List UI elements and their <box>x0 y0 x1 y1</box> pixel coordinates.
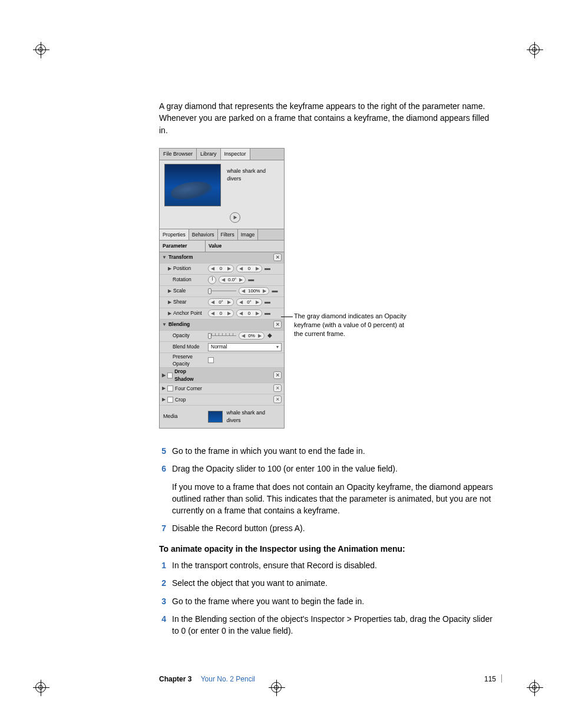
scale-slider[interactable] <box>208 288 236 294</box>
registration-mark <box>35 44 46 55</box>
media-thumbnail <box>208 411 223 423</box>
reset-button[interactable]: ✕ <box>273 384 282 392</box>
reset-button[interactable]: ✕ <box>273 253 282 261</box>
rotation-stepper[interactable]: ◀0.0°▶ <box>219 276 246 284</box>
position-x-stepper[interactable]: ◀0▶ <box>208 265 234 272</box>
keyframe-icon[interactable]: ▬ <box>265 264 270 273</box>
callout-leader-line <box>281 317 293 317</box>
step-number: 3 <box>159 595 172 607</box>
disclosure-triangle-icon[interactable]: ▶ <box>162 396 166 403</box>
param-preserve-opacity: Preserve Opacity <box>173 353 203 368</box>
callout-text: The gray diamond indicates an Opacity ke… <box>294 312 412 338</box>
step-text: In the Blending section of the object's … <box>172 613 495 637</box>
subtab-behaviors[interactable]: Behaviors <box>189 229 218 240</box>
opacity-stepper[interactable]: ◀0%▶ <box>239 332 265 340</box>
step-text: Drag the Opacity slider to 100 (or enter… <box>172 463 495 516</box>
param-rotation: Rotation <box>173 276 191 283</box>
reset-button[interactable]: ✕ <box>273 396 282 403</box>
intro-paragraph: A gray diamond that represents the keyfr… <box>159 100 495 136</box>
section-blending: Blending <box>168 321 190 328</box>
position-y-stepper[interactable]: ◀0▶ <box>236 265 262 272</box>
step-item: 3Go to the frame where you want to begin… <box>159 595 495 607</box>
subtab-filters[interactable]: Filters <box>218 229 238 240</box>
section-transform: Transform <box>168 253 193 261</box>
opacity-slider[interactable] <box>208 333 236 339</box>
reset-button[interactable]: ✕ <box>273 321 282 328</box>
preview-thumbnail <box>164 164 221 206</box>
param-opacity: Opacity <box>173 332 190 339</box>
page-number: 115 <box>484 675 496 683</box>
step-item: 2Select the object that you want to anim… <box>159 577 495 589</box>
play-button[interactable] <box>230 212 240 223</box>
procedure-heading: To animate opacity in the Inspector usin… <box>159 543 495 555</box>
disclosure-triangle-icon[interactable]: ▶ <box>168 288 171 295</box>
section-crop: Crop <box>175 396 186 403</box>
step-note: If you move to a frame that does not con… <box>172 481 495 517</box>
step-text: In the transport controls, ensure that R… <box>172 559 495 571</box>
step-item: 7Disable the Record button (press A). <box>159 522 495 534</box>
registration-mark <box>529 44 540 55</box>
registration-mark <box>35 682 46 693</box>
keyframe-icon[interactable]: ▬ <box>248 275 253 284</box>
col-value: Value <box>206 241 284 251</box>
inspector-panel: File Browser Library Inspector whale sha… <box>159 148 285 429</box>
section-four-corner: Four Corner <box>175 385 202 392</box>
step-number: 4 <box>159 613 172 637</box>
media-label: Media <box>163 413 204 420</box>
disclosure-triangle-icon[interactable]: ▶ <box>168 265 171 272</box>
step-item: 6Drag the Opacity slider to 100 (or ente… <box>159 463 495 516</box>
anchor-x-stepper[interactable]: ◀0▶ <box>208 309 234 317</box>
subtab-properties[interactable]: Properties <box>160 229 189 240</box>
step-text: Go to the frame where you want to begin … <box>172 595 495 607</box>
scale-stepper[interactable]: ◀100%▶ <box>239 287 269 295</box>
keyframe-icon[interactable]: ▬ <box>265 298 270 307</box>
step-item: 1In the transport controls, ensure that … <box>159 559 495 571</box>
disclosure-triangle-icon[interactable]: ▶ <box>168 310 171 317</box>
step-number: 1 <box>159 559 172 571</box>
step-number: 2 <box>159 577 172 589</box>
chapter-title: Your No. 2 Pencil <box>201 675 255 683</box>
disclosure-triangle-icon[interactable]: ▼ <box>162 321 167 328</box>
disclosure-triangle-icon[interactable]: ▼ <box>162 254 167 261</box>
sub-tabs: Properties Behaviors Filters Image <box>160 229 284 241</box>
step-number: 5 <box>159 445 172 457</box>
section-drop-shadow: Drop Shadow <box>174 368 203 383</box>
param-scale: Scale <box>173 287 186 294</box>
drop-shadow-checkbox[interactable] <box>167 373 173 378</box>
disclosure-triangle-icon[interactable]: ▶ <box>162 385 166 392</box>
registration-mark <box>529 682 540 693</box>
subtab-image[interactable]: Image <box>238 229 259 240</box>
step-text: Select the object that you want to anima… <box>172 577 495 589</box>
reset-button[interactable]: ✕ <box>273 371 282 379</box>
tab-file-browser[interactable]: File Browser <box>160 149 197 160</box>
step-text: Go to the frame in which you want to end… <box>172 445 495 457</box>
step-number: 7 <box>159 522 172 534</box>
crop-checkbox[interactable] <box>167 397 173 403</box>
step-item: 5Go to the frame in which you want to en… <box>159 445 495 457</box>
param-anchor: Anchor Point <box>173 309 202 317</box>
clip-name: whale shark and divers <box>227 164 279 183</box>
step-item: 4In the Blending section of the object's… <box>159 613 495 637</box>
param-shear: Shear <box>173 298 187 305</box>
keyframe-diamond-icon[interactable]: ◆ <box>267 331 272 340</box>
media-name: whale shark and divers <box>226 409 280 424</box>
step-text: Disable the Record button (press A). <box>172 522 495 534</box>
preserve-opacity-checkbox[interactable] <box>208 357 214 363</box>
shear-x-stepper[interactable]: ◀0°▶ <box>208 298 234 306</box>
chapter-label: Chapter 3 <box>159 675 191 683</box>
disclosure-triangle-icon[interactable]: ▶ <box>168 299 171 306</box>
blend-mode-select[interactable]: Normal▾ <box>208 343 282 351</box>
shear-y-stepper[interactable]: ◀0°▶ <box>236 298 262 306</box>
tab-inspector[interactable]: Inspector <box>221 149 250 160</box>
rotation-dial[interactable] <box>208 276 216 284</box>
param-position: Position <box>173 265 191 272</box>
page-footer: Chapter 3 Your No. 2 Pencil 115 <box>159 674 496 684</box>
four-corner-checkbox[interactable] <box>167 386 173 391</box>
tab-library[interactable]: Library <box>197 149 221 160</box>
keyframe-icon[interactable]: ▬ <box>272 286 277 295</box>
disclosure-triangle-icon[interactable]: ▶ <box>162 372 166 379</box>
keyframe-icon[interactable]: ▬ <box>265 309 270 318</box>
top-tabs: File Browser Library Inspector <box>160 149 284 160</box>
step-number: 6 <box>159 463 172 516</box>
anchor-y-stepper[interactable]: ◀0▶ <box>236 309 262 317</box>
